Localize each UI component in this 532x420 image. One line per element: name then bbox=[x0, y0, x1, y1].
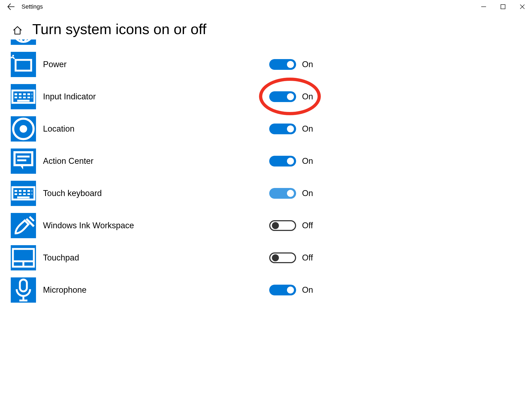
toggle-state-label: On bbox=[302, 92, 313, 102]
network-icon bbox=[11, 39, 36, 45]
toggle-input-indicator[interactable] bbox=[269, 91, 296, 102]
setting-label: Microphone bbox=[43, 285, 87, 295]
toggle-area: On bbox=[269, 285, 313, 295]
toggle-state-label: On bbox=[302, 156, 313, 166]
location-icon bbox=[11, 116, 36, 142]
back-arrow-icon bbox=[7, 3, 15, 11]
toggle-area: On bbox=[269, 156, 313, 166]
toggle-area: Off bbox=[269, 220, 313, 231]
setting-label: Touchpad bbox=[43, 253, 79, 263]
microphone-icon bbox=[11, 277, 36, 303]
setting-label: Windows Ink Workspace bbox=[43, 221, 134, 230]
home-button[interactable] bbox=[11, 23, 24, 37]
toggle-state-label: On bbox=[302, 285, 313, 295]
power-icon bbox=[11, 52, 36, 77]
toggle-area: On bbox=[269, 91, 313, 102]
toggle-state-label: Off bbox=[302, 253, 313, 263]
back-button[interactable] bbox=[0, 0, 21, 13]
windows-ink-workspace-icon bbox=[11, 213, 36, 238]
page-title: Turn system icons on or off bbox=[32, 21, 206, 37]
touch-keyboard-icon bbox=[11, 181, 36, 206]
setting-label: Power bbox=[43, 60, 67, 69]
setting-label: Input Indicator bbox=[43, 92, 96, 102]
toggle-action-center[interactable] bbox=[269, 156, 296, 166]
toggle-state-label: On bbox=[302, 124, 313, 134]
toggle-location[interactable] bbox=[269, 124, 296, 134]
toggle-state-label: On bbox=[302, 60, 313, 69]
settings-list: NetworkOnPowerOnInput IndicatorOnLocatio… bbox=[0, 39, 387, 303]
toggle-state-label: On bbox=[302, 189, 313, 198]
toggle-area: Off bbox=[269, 252, 313, 263]
setting-label: Touch keyboard bbox=[43, 189, 102, 198]
app-title: Settings bbox=[21, 3, 43, 10]
whitespace bbox=[330, 0, 532, 410]
toggle-touchpad[interactable] bbox=[269, 252, 296, 263]
toggle-microphone[interactable] bbox=[269, 285, 296, 295]
action-center-icon bbox=[11, 149, 36, 174]
setting-label: Action Center bbox=[43, 156, 94, 166]
toggle-power[interactable] bbox=[269, 59, 296, 70]
setting-label: Location bbox=[43, 124, 74, 134]
toggle-state-label: Off bbox=[302, 221, 313, 230]
home-icon bbox=[12, 24, 23, 36]
toggle-area: On bbox=[269, 188, 313, 199]
touchpad-icon bbox=[11, 245, 36, 270]
toggle-area: On bbox=[269, 59, 313, 70]
settings-window: Settings Turn system icons on or off Net… bbox=[0, 0, 532, 410]
toggle-touch-keyboard[interactable] bbox=[269, 188, 296, 199]
toggle-windows-ink-workspace[interactable] bbox=[269, 220, 296, 231]
input-indicator-icon bbox=[11, 84, 36, 109]
toggle-area: On bbox=[269, 124, 313, 134]
